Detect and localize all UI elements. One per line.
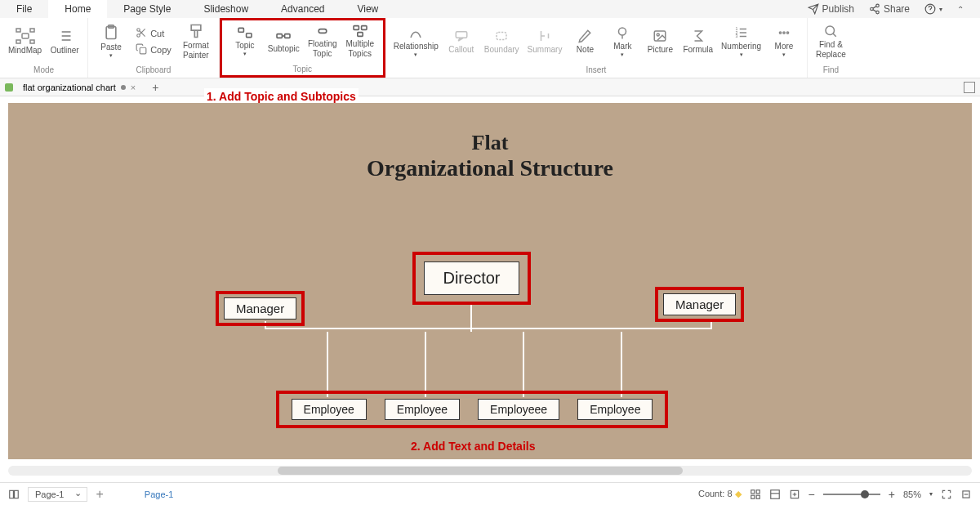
- svg-rect-27: [354, 26, 359, 30]
- formula-button[interactable]: Formula: [681, 27, 715, 56]
- scroll-thumb[interactable]: [278, 467, 683, 475]
- more-button[interactable]: More▾: [768, 24, 800, 60]
- picture-icon: [652, 29, 668, 43]
- collapse-ribbon-button[interactable]: ⌃: [957, 5, 964, 14]
- menu-file[interactable]: File: [0, 0, 48, 18]
- svg-rect-50: [751, 495, 754, 498]
- outliner-button[interactable]: Outliner: [48, 26, 81, 57]
- current-page-label[interactable]: Page-1: [145, 489, 173, 499]
- connector: [265, 328, 712, 329]
- svg-rect-21: [140, 47, 146, 54]
- mark-button[interactable]: Mark▾: [606, 24, 639, 60]
- title-line1: Flat: [8, 131, 972, 155]
- pages-icon[interactable]: [8, 489, 20, 500]
- summary-button[interactable]: Summary: [526, 27, 564, 56]
- relationship-label: Relationship: [394, 42, 439, 51]
- zoom-out-button[interactable]: −: [808, 488, 815, 501]
- floating-topic-label: Floating Topic: [308, 39, 337, 59]
- manager-left-node[interactable]: Manager: [224, 297, 296, 320]
- connector: [425, 332, 426, 397]
- floating-topic-button[interactable]: Floating Topic: [306, 23, 339, 60]
- employee-node[interactable]: Employeee: [478, 399, 559, 420]
- add-tab-button[interactable]: +: [152, 81, 158, 94]
- menu-advanced[interactable]: Advanced: [265, 0, 341, 18]
- picture-button[interactable]: Picture: [644, 27, 676, 56]
- fit-icon[interactable]: [789, 489, 800, 500]
- page-selector[interactable]: Page-1: [28, 487, 87, 502]
- minimize-icon[interactable]: [960, 489, 972, 500]
- horizontal-scrollbar[interactable]: [8, 466, 972, 476]
- multiple-topics-button[interactable]: Multiple Topics: [344, 23, 376, 60]
- relationship-button[interactable]: Relationship▾: [392, 24, 440, 60]
- fullscreen-icon[interactable]: [941, 489, 952, 500]
- zoom-in-button[interactable]: +: [889, 488, 895, 501]
- paste-button[interactable]: Paste ▾: [95, 23, 127, 60]
- svg-rect-6: [30, 29, 34, 32]
- cut-button[interactable]: Cut: [132, 26, 175, 41]
- page-selector-label: Page-1: [35, 489, 64, 499]
- panel-toggle-button[interactable]: [964, 82, 975, 93]
- manager-left-wrap: Manager: [216, 291, 305, 326]
- menu-page-style[interactable]: Page Style: [107, 0, 187, 18]
- svg-point-44: [826, 26, 835, 35]
- svg-point-32: [619, 28, 626, 35]
- close-tab-icon[interactable]: ×: [131, 83, 136, 92]
- mindmap-icon: [16, 28, 35, 44]
- publish-label: Publish: [822, 3, 854, 15]
- callout-label: Callout: [448, 45, 474, 55]
- doc-icon: [5, 83, 13, 92]
- director-node[interactable]: Director: [424, 261, 519, 295]
- format-painter-button[interactable]: Format Painter: [180, 21, 212, 62]
- help-button[interactable]: ▾: [924, 3, 942, 15]
- canvas[interactable]: Flat Organizational Structure Director M…: [8, 103, 972, 459]
- status-bar: Page-1 + Page-1 Count: 8 ◆ − + 85% ▾: [0, 482, 980, 505]
- copy-button[interactable]: Copy: [132, 42, 175, 57]
- mindmap-button[interactable]: MindMap: [7, 26, 43, 57]
- ribbon-group-topic: Topic ▾ Subtopic Floating Topic Multiple…: [220, 18, 385, 78]
- connector: [621, 332, 622, 397]
- topic-button[interactable]: Topic ▾: [229, 25, 261, 59]
- employee-node[interactable]: Employee: [577, 399, 653, 420]
- summary-label: Summary: [528, 45, 563, 55]
- connector: [710, 321, 712, 329]
- copy-label: Copy: [150, 45, 172, 55]
- svg-rect-23: [246, 34, 251, 38]
- zoom-value[interactable]: 85%: [903, 489, 921, 499]
- add-page-button[interactable]: +: [96, 487, 103, 502]
- svg-rect-46: [10, 490, 14, 498]
- find-replace-label: Find & Replace: [816, 40, 846, 60]
- svg-rect-51: [756, 495, 760, 498]
- send-icon: [808, 3, 819, 15]
- svg-rect-29: [358, 33, 363, 37]
- document-tab[interactable]: flat organizational chart ×: [16, 83, 142, 92]
- boundary-button[interactable]: Boundary: [483, 27, 521, 56]
- share-button[interactable]: Share: [869, 3, 910, 15]
- zoom-slider[interactable]: [823, 494, 880, 495]
- employee-node[interactable]: Employee: [385, 399, 460, 420]
- paste-label: Paste: [100, 42, 122, 52]
- svg-rect-49: [756, 489, 760, 493]
- menu-view[interactable]: View: [341, 0, 394, 18]
- publish-button[interactable]: Publish: [808, 3, 854, 15]
- menu-bar: File Home Page Style Slideshow Advanced …: [0, 0, 980, 18]
- search-icon: [822, 24, 839, 38]
- find-replace-button[interactable]: Find & Replace: [814, 22, 848, 61]
- connector: [327, 332, 328, 397]
- svg-point-42: [783, 32, 785, 34]
- layout-icon[interactable]: [769, 489, 781, 500]
- subtopic-button[interactable]: Subtopic: [266, 28, 301, 56]
- callout-button[interactable]: Callout: [445, 27, 478, 56]
- numbering-button[interactable]: 123 Numbering▾: [719, 24, 763, 60]
- clipboard-icon: [103, 25, 119, 41]
- relationship-icon: [408, 25, 424, 40]
- callout-icon: [453, 29, 470, 43]
- chart-title[interactable]: Flat Organizational Structure: [8, 131, 972, 181]
- employee-node[interactable]: Employee: [292, 399, 367, 420]
- menu-home[interactable]: Home: [48, 0, 107, 18]
- svg-point-0: [876, 4, 880, 7]
- manager-right-node[interactable]: Manager: [663, 293, 736, 315]
- note-button[interactable]: Note: [568, 27, 601, 56]
- menu-slideshow[interactable]: Slideshow: [187, 0, 265, 18]
- grid-icon[interactable]: [750, 489, 761, 500]
- picture-label: Picture: [648, 45, 673, 55]
